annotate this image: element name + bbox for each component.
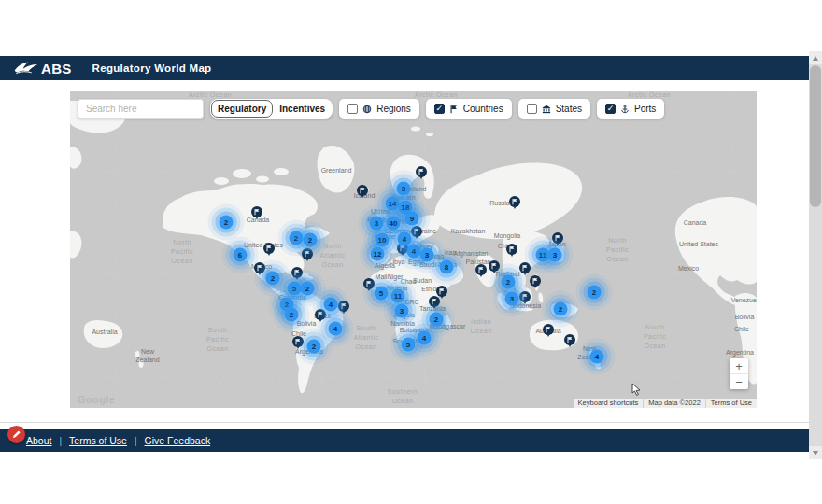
country-pin[interactable] [363,278,375,289]
port-cluster[interactable]: 4 [398,232,412,246]
port-cluster[interactable]: 14 [386,197,400,211]
country-pin[interactable] [519,262,531,273]
country-pin[interactable] [357,185,368,196]
port-cluster[interactable]: 9 [405,212,419,226]
filter-countries[interactable]: ✓Countries [426,99,512,119]
country-pin[interactable] [302,248,313,259]
port-cluster[interactable]: 2 [220,216,234,230]
zoom-out-button[interactable]: − [730,374,748,389]
filter-states[interactable]: States [518,99,590,119]
port-cluster[interactable]: 4 [407,245,421,259]
search-input[interactable] [78,99,204,119]
country-pin[interactable] [506,244,517,255]
map-terms-link[interactable]: Terms of Use [705,399,757,408]
port-cluster[interactable]: 3 [505,292,519,306]
google-logo[interactable]: Google [78,394,115,405]
port-cluster[interactable]: 3 [370,217,384,231]
abs-logo: ABS [13,60,72,77]
footer-divider: | [135,436,137,446]
map-controls: RegulatoryIncentives Regions✓CountriesSt… [78,99,664,119]
toggle-regulatory[interactable]: Regulatory [211,100,273,118]
port-cluster[interactable]: 40 [387,217,401,231]
country-pin[interactable] [411,226,422,237]
port-cluster[interactable]: 2 [285,308,299,322]
port-cluster[interactable]: 5 [375,287,389,301]
country-pin[interactable] [291,267,303,278]
port-cluster[interactable]: 8 [440,260,454,274]
country-pin[interactable] [519,291,531,302]
port-cluster[interactable]: 2 [301,282,315,296]
land-north-america-wrap [675,197,757,306]
country-pin[interactable] [530,275,541,287]
filter-regions[interactable]: Regions [339,99,419,119]
scroll-down-arrow[interactable] [809,446,822,459]
land-australia-wrap [84,320,123,348]
country-pin[interactable] [489,260,500,272]
flag-icon [449,105,459,114]
port-cluster[interactable]: 10 [376,233,390,247]
mode-toggle[interactable]: RegulatoryIncentives [210,99,333,119]
anchor-icon [620,105,630,114]
port-cluster[interactable]: 11 [391,289,405,303]
footer-link-feedback[interactable]: Give Feedback [145,435,211,446]
checkbox[interactable]: ✓ [434,104,445,114]
port-cluster[interactable]: 6 [234,248,248,262]
country-pin[interactable] [475,264,487,275]
port-cluster[interactable]: 4 [324,298,338,312]
country-pin[interactable] [429,296,440,307]
country-pin[interactable] [263,243,275,254]
footer-link-about[interactable]: About [26,435,51,446]
port-cluster[interactable]: 3 [395,304,409,318]
checkbox[interactable]: ✓ [605,104,616,114]
filter-label: Countries [463,104,503,114]
country-pin[interactable] [509,196,520,207]
filter-ports[interactable]: ✓Ports [597,99,664,119]
footer-link-terms[interactable]: Terms of Use [69,435,127,446]
port-cluster[interactable]: 2 [304,233,318,247]
zoom-in-button[interactable]: + [730,358,748,374]
footer-separator-line [0,422,809,423]
port-cluster[interactable]: 2 [266,272,280,286]
country-pin[interactable] [436,286,447,297]
port-cluster[interactable]: 2 [588,286,602,300]
port-cluster[interactable]: 5 [402,338,416,352]
port-cluster[interactable]: 5 [288,282,302,296]
scroll-up-arrow[interactable] [809,51,822,64]
port-cluster[interactable]: 2 [307,340,321,354]
country-pin[interactable] [552,232,563,244]
country-pin[interactable] [315,309,326,320]
port-cluster[interactable]: 4 [329,322,343,336]
country-pin[interactable] [416,166,427,177]
map-canvas[interactable]: Arctic OceanArctic OceanArctic OceanNort… [70,91,757,408]
port-cluster[interactable]: 4 [590,350,604,364]
map-attribution: Keyboard shortcuts Map data ©2022 Terms … [574,399,757,408]
port-cluster[interactable]: 2 [290,231,304,245]
country-pin[interactable] [251,206,262,217]
keyboard-shortcuts-link[interactable]: Keyboard shortcuts [574,399,644,408]
port-cluster[interactable]: 2 [430,313,444,327]
port-cluster[interactable]: 2 [502,275,516,289]
port-cluster[interactable]: 3 [397,182,411,196]
toggle-incentives[interactable]: Incentives [273,100,332,118]
land-svalbard [426,133,433,136]
port-cluster[interactable]: 3 [548,248,562,262]
pencil-icon [11,429,21,440]
checkbox[interactable] [527,104,537,114]
port-cluster[interactable]: 2 [554,302,568,316]
feedback-button[interactable] [7,426,25,443]
port-cluster[interactable]: 4 [418,331,432,345]
land-arctic-islands [233,169,251,178]
country-pin[interactable] [292,336,304,347]
eagle-icon [13,60,39,77]
land-asia-wrap [70,231,81,259]
vertical-scrollbar[interactable] [809,51,822,459]
country-pin[interactable] [543,324,554,335]
country-pin[interactable] [338,301,349,312]
country-pin[interactable] [254,262,265,273]
country-pin[interactable] [564,334,575,345]
scrollbar-thumb[interactable] [810,65,821,207]
port-cluster[interactable]: 3 [420,248,434,262]
globe-icon [362,105,372,114]
port-cluster[interactable]: 12 [371,247,385,261]
checkbox[interactable] [347,104,358,114]
